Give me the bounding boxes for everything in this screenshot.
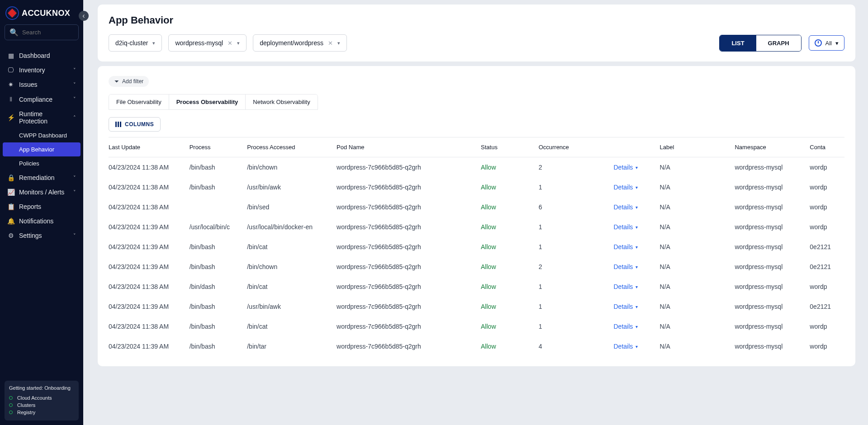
check-icon — [9, 411, 13, 414]
chevron-down-icon: ▾ — [636, 185, 638, 190]
cell-process: /bin/bash — [190, 297, 247, 316]
sidebar-item-issues[interactable]: ✷Issues˅ — [0, 77, 83, 92]
nav: ▦Dashboard🖵Inventory˅✷Issues˅⫴Compliance… — [0, 47, 83, 376]
tab-network-observability[interactable]: Network Observability — [246, 94, 317, 109]
cell-label: N/A — [660, 257, 735, 277]
search-input[interactable] — [22, 29, 98, 36]
details-link[interactable]: Details▾ — [614, 203, 638, 211]
column-header[interactable]: Conta — [810, 137, 844, 157]
chevron-down-icon: ˅ — [73, 96, 76, 102]
cell-accessed: /bin/tar — [247, 336, 337, 356]
nav-icon: 📈 — [7, 189, 14, 196]
sidebar-item-compliance[interactable]: ⫴Compliance˅ — [0, 92, 83, 107]
chevron-down-icon: ▾ — [835, 40, 839, 47]
cell-label: N/A — [660, 217, 735, 237]
tab-file-observability[interactable]: File Observability — [109, 94, 169, 109]
cell-process: /bin/bash — [190, 336, 247, 356]
column-header[interactable] — [614, 137, 660, 157]
nav-label: Notifications — [19, 217, 53, 225]
cell-label: N/A — [660, 336, 735, 356]
table-row: 04/23/2024 11:39 AM /usr/local/bin/c /us… — [109, 217, 844, 237]
cell-accessed: /bin/cat — [247, 277, 337, 297]
chevron-down-icon: ▾ — [636, 245, 638, 250]
workload-dropdown[interactable]: deployment/wordpress ✕ ▾ — [253, 34, 347, 52]
cluster-dropdown[interactable]: d2iq-cluster ▾ — [109, 34, 162, 52]
cell-status: Allow — [481, 217, 539, 237]
column-header[interactable]: Status — [481, 137, 539, 157]
search-box[interactable]: 🔍 — [5, 24, 79, 40]
column-header[interactable]: Last Update — [109, 137, 190, 157]
sidebar-item-notifications[interactable]: 🔔Notifications — [0, 214, 83, 228]
table-row: 04/23/2024 11:38 AM /bin/dash /bin/cat w… — [109, 277, 844, 297]
details-link[interactable]: Details▾ — [614, 323, 638, 330]
cell-process: /bin/bash — [190, 316, 247, 336]
chevron-down-icon: ▾ — [152, 40, 155, 46]
chevron-down-icon: ▾ — [636, 205, 638, 210]
tab-process-observability[interactable]: Process Observability — [169, 94, 246, 109]
cell-process: /bin/bash — [190, 177, 247, 197]
cell-status: Allow — [481, 177, 539, 197]
table-row: 04/23/2024 11:38 AM /bin/bash /usr/bin/a… — [109, 177, 844, 197]
column-header[interactable]: Label — [660, 137, 735, 157]
list-view-button[interactable]: LIST — [720, 35, 756, 51]
sidebar-item-runtime-protection[interactable]: ⚡Runtime Protection˄ — [0, 107, 83, 128]
add-filter-button[interactable]: ⏷ Add filter — [109, 76, 149, 87]
graph-view-button[interactable]: GRAPH — [756, 35, 801, 51]
details-link[interactable]: Details▾ — [614, 283, 638, 290]
clear-icon[interactable]: ✕ — [328, 40, 333, 47]
cell-container: 0e2121 — [810, 237, 844, 257]
cell-namespace: wordpress-mysql — [735, 336, 810, 356]
onboarding-step[interactable]: Clusters — [9, 401, 74, 409]
namespace-dropdown[interactable]: wordpress-mysql ✕ ▾ — [168, 34, 247, 52]
sidebar-item-inventory[interactable]: 🖵Inventory˅ — [0, 63, 83, 77]
chevron-down-icon: ˅ — [73, 175, 76, 181]
sidebar-item-remediation[interactable]: 🔒Remediation˅ — [0, 170, 83, 185]
clear-icon[interactable]: ✕ — [228, 40, 232, 47]
sidebar-item-reports[interactable]: 📋Reports — [0, 199, 83, 214]
sidebar-subitem-cwpp-dashboard[interactable]: CWPP Dashboard — [0, 128, 83, 142]
cell-process: /bin/bash — [190, 157, 247, 178]
nav-label: Dashboard — [19, 52, 50, 59]
cell-namespace: wordpress-mysql — [735, 316, 810, 336]
brand-name: ACCUKNOX — [22, 9, 70, 18]
details-link[interactable]: Details▾ — [614, 223, 638, 231]
sidebar-subitem-policies[interactable]: Policies — [0, 156, 83, 170]
details-link[interactable]: Details▾ — [614, 343, 638, 350]
process-table: Last UpdateProcessProcess AccessedPod Na… — [109, 137, 844, 356]
details-link[interactable]: Details▾ — [614, 164, 638, 171]
details-link[interactable]: Details▾ — [614, 303, 638, 310]
namespace-value: wordpress-mysql — [175, 39, 223, 47]
cell-container: wordp — [810, 277, 844, 297]
column-header[interactable]: Process — [190, 137, 247, 157]
sidebar-collapse-button[interactable]: ‹ — [79, 11, 89, 21]
details-link[interactable]: Details▾ — [614, 243, 638, 250]
check-icon — [9, 396, 13, 400]
time-range-dropdown[interactable]: All ▾ — [809, 35, 844, 51]
sidebar-item-monitors-alerts[interactable]: 📈Monitors / Alerts˅ — [0, 185, 83, 199]
cell-container: wordp — [810, 197, 844, 217]
cell-status: Allow — [481, 197, 539, 217]
onboarding-step[interactable]: Registry — [9, 409, 74, 416]
cell-pod: wordpress-7c966b5d85-q2grh — [337, 217, 481, 237]
nav-icon: 🖵 — [7, 66, 14, 74]
logo: ACCUKNOX — [0, 0, 83, 24]
nav-icon: 📋 — [7, 203, 14, 210]
cell-accessed: /usr/bin/awk — [247, 297, 337, 316]
column-header[interactable]: Pod Name — [337, 137, 481, 157]
cell-namespace: wordpress-mysql — [735, 197, 810, 217]
cell-occurrence: 1 — [539, 217, 614, 237]
cell-namespace: wordpress-mysql — [735, 157, 810, 178]
column-header[interactable]: Namespace — [735, 137, 810, 157]
details-link[interactable]: Details▾ — [614, 263, 638, 270]
sidebar-item-settings[interactable]: ⚙Settings˅ — [0, 228, 83, 243]
sidebar: ACCUKNOX ‹ 🔍 ▦Dashboard🖵Inventory˅✷Issue… — [0, 0, 83, 425]
columns-button[interactable]: COLUMNS — [109, 117, 161, 132]
nav-label: Compliance — [19, 96, 52, 103]
cell-occurrence: 2 — [539, 257, 614, 277]
column-header[interactable]: Occurrence — [539, 137, 614, 157]
onboarding-step[interactable]: Cloud Accounts — [9, 394, 74, 401]
sidebar-item-dashboard[interactable]: ▦Dashboard — [0, 48, 83, 63]
sidebar-subitem-app-behavior[interactable]: App Behavior — [3, 142, 81, 156]
details-link[interactable]: Details▾ — [614, 184, 638, 191]
column-header[interactable]: Process Accessed — [247, 137, 337, 157]
